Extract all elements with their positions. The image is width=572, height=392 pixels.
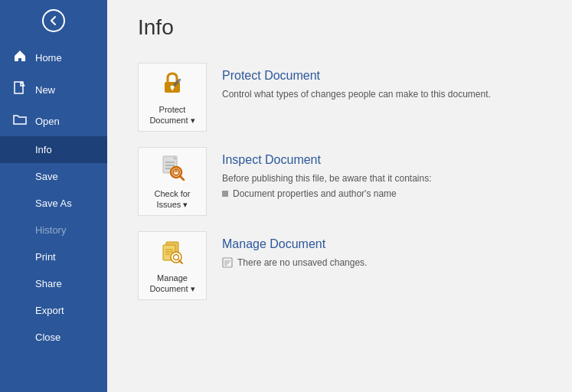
sidebar-item-share[interactable]: Share [0, 270, 107, 297]
check-issues-button-label: Check for Issues ▾ [154, 189, 190, 209]
inspect-text: Inspect Document Before publishing this … [207, 147, 541, 205]
sidebar-item-home[interactable]: Home [0, 41, 107, 74]
manage-section: Manage Document ▾ Manage Document There … [138, 231, 541, 300]
sidebar-item-history[interactable]: History [0, 217, 107, 243]
history-label: History [35, 224, 66, 236]
export-label: Export [35, 305, 64, 316]
info-label: Info [35, 144, 52, 155]
page-title: Info [138, 15, 541, 40]
print-label: Print [35, 251, 56, 263]
save-as-label: Save As [35, 198, 72, 209]
sidebar: Home New Open Info Save Save As History [0, 0, 107, 392]
svg-rect-3 [172, 87, 173, 90]
manage-document-button[interactable]: Manage Document ▾ [138, 231, 207, 300]
clock-icon [222, 257, 233, 268]
sidebar-item-print[interactable]: Print [0, 243, 107, 270]
manage-button-label: Manage Document ▾ [149, 273, 194, 293]
back-icon [42, 9, 65, 32]
protect-icon [159, 69, 186, 102]
protect-document-button[interactable]: Protect Document ▾ [138, 63, 207, 132]
protect-description: Control what types of changes people can… [222, 87, 526, 101]
manage-description-container: There are no unsaved changes. [222, 256, 526, 270]
manage-title: Manage Document [222, 237, 526, 251]
sidebar-item-close[interactable]: Close [0, 324, 107, 351]
svg-line-20 [179, 260, 182, 263]
manage-icon [159, 237, 186, 270]
new-icon [12, 81, 28, 98]
check-issues-button[interactable]: Check for Issues ▾ [138, 147, 207, 216]
sidebar-item-export[interactable]: Export [0, 297, 107, 324]
protect-section: Protect Document ▾ Protect Document Cont… [138, 63, 541, 132]
main-content: Info [107, 0, 572, 392]
home-label: Home [35, 52, 62, 64]
inspect-description: Before publishing this file, be aware th… [222, 172, 526, 185]
sidebar-item-save-as[interactable]: Save As [0, 190, 107, 217]
inspect-list: Document properties and author's name [222, 188, 526, 199]
inspect-icon [159, 153, 186, 186]
open-label: Open [35, 116, 60, 127]
share-label: Share [35, 278, 62, 289]
sidebar-item-new[interactable]: New [0, 74, 107, 106]
manage-text: Manage Document There are no unsaved cha… [207, 231, 541, 276]
save-label: Save [35, 171, 58, 182]
sidebar-item-open[interactable]: Open [0, 106, 107, 136]
protect-title: Protect Document [222, 69, 526, 83]
inspect-title: Inspect Document [222, 153, 526, 167]
bullet-icon [222, 191, 228, 197]
close-label: Close [35, 332, 60, 343]
inspect-section: Check for Issues ▾ Inspect Document Befo… [138, 147, 541, 216]
home-icon [12, 49, 28, 66]
protect-text: Protect Document Control what types of c… [207, 63, 541, 107]
sidebar-item-save[interactable]: Save [0, 163, 107, 190]
manage-description: There are no unsaved changes. [237, 256, 367, 270]
back-button[interactable] [0, 0, 107, 41]
sidebar-item-info[interactable]: Info [0, 136, 107, 163]
protect-button-label: Protect Document ▾ [149, 105, 194, 125]
new-label: New [35, 84, 55, 96]
open-icon [12, 113, 28, 129]
svg-line-12 [180, 176, 184, 180]
inspect-list-item: Document properties and author's name [222, 188, 526, 199]
